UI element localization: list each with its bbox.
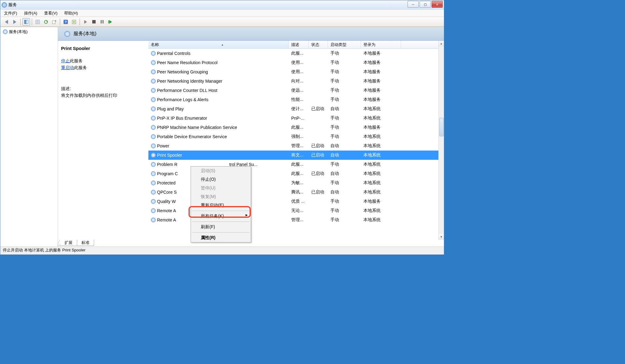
close-button[interactable]: ✕ — [432, 1, 443, 8]
cell-startup: 手动 — [328, 134, 361, 139]
cell-name: Peer Networking Identity Manager — [148, 79, 289, 84]
stop-link[interactable]: 停止 — [61, 58, 70, 63]
restart-suffix: 此服务 — [74, 65, 87, 70]
service-row[interactable]: Parental Controls此服...手动本地服务 — [148, 49, 444, 58]
column-desc[interactable]: 描述 — [289, 41, 309, 48]
vertical-scrollbar[interactable]: ▲ ▼ — [438, 41, 444, 240]
service-row[interactable]: Portable Device Enumerator Service强制...手… — [148, 132, 444, 141]
ctx-start: 启动(S) — [191, 167, 251, 175]
service-name-label: Peer Networking Identity Manager — [157, 79, 222, 84]
menu-action[interactable]: 操作(A) — [22, 10, 39, 17]
ctx-separator — [192, 232, 250, 233]
toolbar-separator — [32, 19, 32, 25]
cell-name: Plug and Play — [148, 106, 289, 111]
cell-logon: 本地系统 — [361, 208, 401, 213]
detail-pane: Print Spooler 停止此服务 重启动此服务 描述: 将文件加载到内存供… — [58, 41, 148, 240]
cell-name: Print Spooler — [148, 153, 289, 158]
scroll-down-icon[interactable]: ▼ — [439, 234, 444, 240]
start-service-button[interactable] — [82, 18, 89, 26]
service-name-label: Peer Name Resolution Protocol — [157, 60, 217, 65]
service-row[interactable]: Peer Networking Identity Manager向对...手动本… — [148, 77, 444, 86]
export-button[interactable] — [51, 18, 58, 26]
service-row[interactable]: Power管理...已启动自动本地系统 — [148, 141, 444, 151]
cell-desc: 此服... — [289, 125, 309, 130]
tree-root-label: 服务(本地) — [9, 29, 28, 35]
scroll-thumb[interactable] — [439, 118, 444, 136]
service-row[interactable]: Plug and Play使计...已启动自动本地系统 — [148, 104, 444, 114]
restart-link[interactable]: 重启动 — [61, 65, 74, 70]
cell-logon: 本地服务 — [361, 97, 401, 102]
service-row[interactable]: Print Spooler将文...已启动自动本地系统 — [148, 151, 444, 160]
cell-name: Peer Networking Grouping — [148, 69, 289, 74]
cell-desc: 管理... — [289, 217, 309, 223]
gear-icon — [151, 125, 156, 130]
cell-name: Power — [148, 143, 289, 148]
service-row[interactable]: PnP-X IP Bus EnumeratorPnP-...手动本地系统 — [148, 114, 444, 123]
service-row[interactable]: Performance Logs & Alerts性能...手动本地服务 — [148, 95, 444, 104]
cell-desc: 此服... — [289, 51, 309, 56]
cell-logon: 本地系统 — [361, 115, 401, 121]
ctx-all-tasks[interactable]: 所有任务(K) — [191, 212, 251, 221]
service-row[interactable]: PNRP Machine Name Publication Service此服.… — [148, 123, 444, 132]
cell-startup: 手动 — [328, 180, 361, 186]
column-name[interactable]: 名称▲ — [148, 41, 289, 48]
gear-icon — [151, 51, 156, 56]
forward-button[interactable] — [11, 18, 19, 26]
tree-root[interactable]: 服务(本地) — [2, 28, 56, 35]
cell-logon: 本地系统 — [361, 171, 401, 176]
ctx-restart[interactable]: 重新启动(E) — [191, 201, 251, 210]
tab-extended[interactable]: 扩展 — [60, 240, 77, 246]
scroll-up-icon[interactable]: ▲ — [439, 41, 444, 46]
sort-asc-icon: ▲ — [221, 43, 224, 46]
service-row[interactable]: Peer Name Resolution Protocol使用...手动本地服务 — [148, 58, 444, 67]
ctx-refresh[interactable]: 刷新(F) — [191, 223, 251, 231]
service-row[interactable]: Performance Counter DLL Host使远...手动本地服务 — [148, 86, 444, 95]
cell-startup: 手动 — [328, 88, 361, 93]
cell-logon: 本地服务 — [361, 88, 401, 93]
cell-logon: 本地服务 — [361, 60, 401, 65]
stop-suffix: 此服务 — [70, 58, 83, 63]
restart-service-button[interactable] — [107, 18, 114, 26]
toolbar-separator — [80, 19, 80, 25]
gear-icon — [151, 97, 156, 102]
arrow-right-icon — [13, 20, 16, 24]
show-hide-tree-button[interactable] — [23, 18, 30, 26]
tree-pane[interactable]: 服务(本地) — [0, 27, 58, 246]
menu-view[interactable]: 查看(V) — [42, 10, 59, 17]
service-row[interactable]: Peer Networking Grouping使用...手动本地服务 — [148, 67, 444, 77]
refresh-button[interactable] — [42, 18, 50, 26]
cell-status: 已启动 — [309, 152, 328, 158]
pane-header: 服务(本地) — [58, 27, 444, 41]
back-button[interactable] — [3, 18, 10, 26]
ctx-resume: 恢复(M) — [191, 192, 251, 201]
cell-logon: 本地服务 — [361, 78, 401, 84]
service-name-label: Parental Controls — [157, 51, 190, 56]
help-button[interactable]: ? — [62, 18, 69, 26]
maximize-button[interactable]: ▢ — [420, 1, 431, 8]
cell-desc: 优质 ... — [289, 199, 309, 204]
svg-marker-9 — [55, 20, 56, 21]
action-center-button[interactable] — [70, 18, 78, 26]
column-logon[interactable]: 登录为 — [361, 41, 401, 48]
column-status[interactable]: 状态 — [309, 41, 328, 48]
ctx-properties[interactable]: 属性(R) — [191, 234, 251, 242]
gear-icon — [151, 79, 156, 84]
svg-rect-8 — [52, 21, 55, 24]
column-startup[interactable]: 启动类型 — [328, 41, 361, 48]
service-name-label: Power — [157, 143, 169, 148]
service-name-label: Portable Device Enumerator Service — [157, 134, 227, 139]
ctx-stop[interactable]: 停止(O) — [191, 175, 251, 184]
cell-desc: 向对... — [289, 78, 309, 84]
tab-standard[interactable]: 标准 — [77, 240, 94, 246]
pause-service-button[interactable] — [98, 18, 106, 26]
properties-button[interactable] — [34, 18, 41, 26]
gear-icon — [151, 180, 156, 185]
stop-service-button[interactable] — [90, 18, 97, 26]
titlebar[interactable]: 服务 ─ ▢ ✕ — [0, 0, 444, 10]
menu-help[interactable]: 帮助(H) — [62, 10, 80, 17]
cell-status: 已启动 — [309, 106, 328, 112]
menu-file[interactable]: 文件(F) — [2, 10, 19, 17]
gear-icon — [151, 199, 156, 204]
minimize-button[interactable]: ─ — [408, 1, 419, 8]
cell-name: Performance Counter DLL Host — [148, 88, 289, 93]
